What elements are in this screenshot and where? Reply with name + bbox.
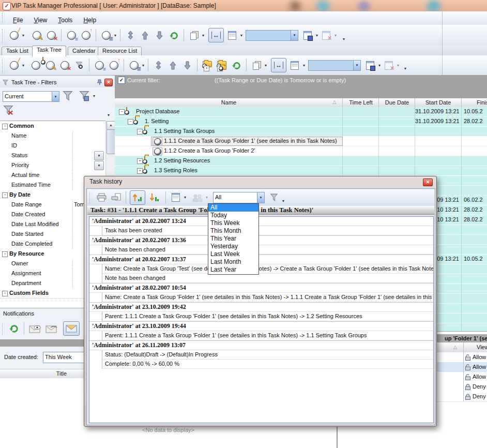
filter-row-name[interactable]: Name (0, 131, 105, 141)
refresh-button[interactable] (230, 58, 242, 72)
edit-task-button[interactable]: ✎ (44, 58, 56, 72)
column-finish-date[interactable]: Finish Date (477, 99, 487, 106)
column-divider[interactable] (415, 98, 415, 107)
new-task-button[interactable]: ╱ (8, 58, 20, 72)
move-down-button[interactable] (153, 28, 165, 42)
history-filter-button[interactable] (268, 191, 280, 204)
delete-task-button[interactable]: ✕ (58, 58, 71, 72)
expand-all-button[interactable]: ++ (216, 58, 228, 72)
task-row-setting-task-groups[interactable]: − 1.1 Setting Task Groups (115, 127, 487, 137)
move-down-button[interactable] (181, 58, 193, 72)
move-up-button[interactable] (166, 58, 179, 72)
columns-dropdown-icon[interactable] (302, 63, 306, 68)
dropdown-option-today[interactable]: Today (208, 212, 258, 219)
dropdown-option-this-week[interactable]: This Week (208, 219, 258, 227)
dropdown-option-last-week[interactable]: Last Week (208, 250, 258, 258)
new-task-button[interactable]: ╱ (8, 28, 20, 42)
duplicate-dropdown-icon[interactable] (264, 63, 268, 68)
columns-dropdown-icon[interactable] (239, 33, 244, 38)
column-view[interactable]: View (477, 344, 487, 350)
view-preset-combobox[interactable] (246, 30, 298, 41)
history-range-combobox[interactable]: All (213, 192, 265, 203)
delete-view-dropdown-icon[interactable] (333, 33, 338, 38)
new-task-dropdown-icon[interactable] (21, 63, 25, 68)
dropdown-option-last-month[interactable]: Last Month (208, 258, 258, 266)
sort-ascending-button[interactable] (130, 190, 145, 205)
gantt-button[interactable]: ≣ (100, 28, 112, 42)
filter-preset-dropdown-icon[interactable] (52, 92, 59, 101)
history-columns-button[interactable] (170, 191, 182, 204)
save-view-dropdown-icon[interactable] (377, 63, 382, 68)
toolbar-overflow-icon[interactable] (403, 66, 407, 71)
refresh-button[interactable] (168, 28, 180, 42)
history-list[interactable]: 'Administrator' at 20.02.2007 13:24 Task… (89, 216, 434, 423)
new-task-dropdown-icon[interactable] (21, 33, 25, 38)
move-up-button[interactable] (139, 28, 151, 42)
expander-icon[interactable]: − (119, 109, 125, 115)
dropdown-option-this-month[interactable]: This Month (208, 227, 258, 235)
expander-icon[interactable]: − (137, 129, 143, 135)
gantt-button[interactable]: ≣ (128, 58, 140, 72)
mark-read-button[interactable] (28, 322, 42, 335)
task-row-setting-roles[interactable]: + 1.3 Setting Roles (115, 166, 487, 176)
save-view-button[interactable] (301, 28, 314, 42)
delete-view-dropdown-icon[interactable] (396, 63, 400, 68)
duplicate-button[interactable] (188, 28, 200, 42)
refresh-notifications-button[interactable] (8, 322, 20, 335)
delete-view-button[interactable]: ✕ (383, 58, 395, 72)
task-row-create-folder2[interactable]: 1.1.2 Create a Task Group 'Folder 2' (115, 146, 487, 156)
print-preview-button[interactable] (110, 191, 122, 204)
column-divider[interactable] (461, 98, 462, 107)
toolbar-overflow-icon[interactable] (342, 37, 346, 41)
dropdown-option-last-year[interactable]: Last Year (208, 266, 258, 274)
task-priority-button[interactable]: ↑ (80, 28, 92, 42)
duplicate-dropdown-icon[interactable] (201, 33, 205, 38)
filter-tasks-button[interactable] (73, 58, 85, 72)
sort-descending-button[interactable] (147, 191, 162, 204)
scroll-up-icon[interactable]: ▲ (106, 121, 115, 130)
task-priority-button[interactable]: ↑ (108, 58, 120, 72)
view-preset-dropdown-icon[interactable] (353, 61, 360, 70)
apply-filter-button[interactable] (62, 90, 73, 102)
scroll-thumb[interactable] (106, 129, 115, 154)
view-preset-dropdown-icon[interactable] (291, 31, 298, 40)
save-filter-button[interactable] (79, 90, 90, 102)
columns-button[interactable] (226, 28, 238, 42)
column-time-left[interactable]: Time Left (343, 99, 379, 106)
clear-filter-button[interactable] (3, 104, 14, 117)
dropdown-option-yesterday[interactable]: Yesterday (208, 243, 258, 250)
save-view-dropdown-icon[interactable] (315, 33, 319, 38)
history-toolbar-overflow-icon[interactable] (281, 199, 285, 203)
tab-task-tree[interactable]: Task Tree (32, 46, 66, 57)
task-notes-button[interactable]: ≡ (65, 28, 78, 42)
mark-unread-button[interactable] (44, 322, 59, 335)
filter-row-status[interactable]: Status (0, 151, 105, 161)
save-view-button[interactable] (364, 58, 376, 72)
history-range-dropdown-icon[interactable] (257, 192, 264, 203)
expander-icon[interactable]: + (137, 158, 143, 164)
columns-button[interactable] (288, 58, 301, 72)
column-name[interactable]: Name (115, 99, 343, 106)
collapse-all-button[interactable]: −+ (201, 58, 214, 72)
task-row-setting-resources[interactable]: + 1.2 Setting Resources (115, 156, 487, 166)
delete-view-button[interactable]: ✕ (320, 28, 332, 42)
task-row-project-database[interactable]: − Project Database 31.10.2009 13:21 10.0… (115, 107, 487, 117)
gantt-dropdown-icon[interactable] (113, 33, 117, 38)
print-button[interactable] (95, 191, 108, 204)
filter-preset-combobox[interactable]: Current (3, 91, 59, 102)
expander-icon[interactable]: + (137, 168, 143, 174)
dialog-close-button[interactable]: ✕ (423, 178, 433, 186)
move-updown-button[interactable] (152, 58, 164, 72)
expander-icon[interactable]: − (128, 119, 133, 125)
column-start-date[interactable]: Start Date (415, 99, 461, 106)
gantt-dropdown-icon[interactable] (141, 63, 145, 68)
priority-dropdown-button[interactable] (94, 161, 104, 170)
filter-section-common[interactable]: −Common (0, 121, 105, 131)
pin-icon[interactable] (97, 79, 103, 85)
edit-task-button[interactable]: ✎ (31, 28, 43, 42)
history-columns-dropdown-icon[interactable] (183, 195, 187, 200)
show-envelope-button[interactable] (63, 321, 80, 336)
dropdown-option-this-year[interactable]: This Year (208, 235, 258, 243)
task-notes-button[interactable]: ≡ (93, 58, 105, 72)
column-divider[interactable] (463, 342, 464, 352)
